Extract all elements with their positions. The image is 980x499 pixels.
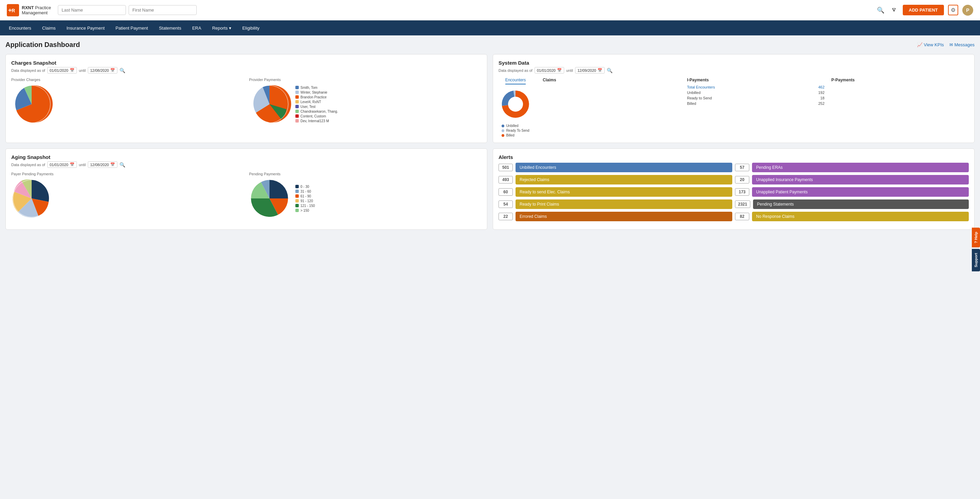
legend-item-content: Content, Custom [295, 114, 338, 118]
alert-label-pending-eras[interactable]: Pending ERAs [752, 163, 969, 172]
tab-encounters[interactable]: Encounters [505, 78, 526, 84]
alert-count-unbilled: 501 [498, 164, 513, 171]
alert-label-ready-elec[interactable]: Ready to send Elec. Claims [515, 187, 732, 197]
charges-date-to[interactable]: 12/08/2020 📅 [88, 67, 118, 73]
aging-snapshot-title: Aging Snapshot [11, 154, 482, 160]
legend-billed: Billed [501, 134, 529, 137]
system-date-to[interactable]: 12/09/2020 📅 [575, 67, 605, 73]
total-encounters-row: Total Encounters 462 [687, 85, 824, 89]
rxnt-logo-icon: + R [7, 4, 19, 16]
logo-text: RXNT Practice Management [22, 5, 51, 15]
charges-search-button[interactable]: 🔍 [119, 68, 125, 73]
alert-label-pending-stmt[interactable]: Pending Statements [753, 199, 969, 209]
alert-errored-claims: 22 Errored Claims [498, 212, 732, 221]
alert-rejected-claims: 493 Rejected Claims [498, 175, 732, 185]
nav-statements[interactable]: Statements [153, 21, 187, 35]
alert-label-ready-print[interactable]: Ready to Print Claims [515, 199, 732, 209]
provider-charges-pie [11, 84, 52, 124]
alert-count-pending-eras: 57 [735, 164, 749, 171]
rxnt-brand: RXNT [22, 5, 34, 10]
firstname-input[interactable] [129, 5, 197, 15]
alert-label-errored[interactable]: Errored Claims [515, 212, 732, 221]
legend-gt-150: > 150 [295, 209, 315, 212]
messages-icon: ✉ [950, 42, 953, 47]
provider-payments-pie-container: Smith, Tom Winter, Stephanie Brandon Pra… [249, 84, 482, 124]
aging-date-from[interactable]: 01/01/2020 📅 [47, 161, 77, 168]
nav-patient-payment[interactable]: Patient Payment [110, 21, 153, 35]
alert-label-unapplied-pat[interactable]: Unapplied Patient Payments [752, 187, 969, 197]
legend-61-90: 61 - 90 [295, 194, 315, 198]
legend-121-150: 121 - 150 [295, 204, 315, 208]
legend-0-30: 0 - 30 [295, 185, 315, 188]
header: + R RXNT Practice Management 🔍 ⛛ ADD PAT… [0, 0, 980, 21]
charges-legend: Smith, Tom Winter, Stephanie Brandon Pra… [295, 86, 338, 123]
alert-count-rejected: 493 [498, 176, 513, 183]
aging-date-to[interactable]: 12/08/2020 📅 [88, 161, 118, 168]
avatar[interactable]: P [962, 5, 973, 16]
pending-payments-pie [249, 178, 290, 219]
system-date-from[interactable]: 01/01/2020 📅 [535, 67, 564, 73]
settings-icon[interactable]: ⚙ [948, 5, 958, 15]
page-actions: 📈 View KPIs ✉ Messages [917, 42, 975, 47]
system-search-button[interactable]: 🔍 [607, 68, 612, 73]
aging-snapshot-subtitle: Data displayed as of 01/01/2020 📅 until … [11, 161, 482, 168]
total-encounters-link[interactable]: Total Encounters [687, 85, 715, 89]
search-icon[interactable]: 🔍 [875, 5, 886, 15]
system-columns: Encounters [498, 78, 969, 137]
unbilled-row: Unbilled 192 [687, 91, 824, 95]
alert-label-rejected[interactable]: Rejected Claims [515, 175, 732, 185]
alert-label-unapplied-ins[interactable]: Unapplied Insurance Payments [752, 175, 969, 185]
unbilled-val: 192 [818, 91, 824, 95]
alert-ready-elec: 60 Ready to send Elec. Claims [498, 187, 732, 197]
messages-button[interactable]: ✉ Messages [950, 42, 975, 47]
system-data-card: System Data Data displayed as of 01/01/2… [493, 54, 975, 143]
i-payments-header[interactable]: I-Payments [687, 78, 824, 82]
provider-payments-pie [249, 84, 290, 124]
charges-snapshot-card: Charges Snapshot Data displayed as of 01… [5, 54, 487, 143]
nav-claims[interactable]: Claims [37, 21, 61, 35]
calendar-icon: 📅 [70, 68, 75, 72]
charges-snapshot-title: Charges Snapshot [11, 60, 482, 66]
nav-eligibility[interactable]: Eligibility [237, 21, 265, 35]
nav-era[interactable]: ERA [187, 21, 207, 35]
legend-unbilled: Unbilled [501, 124, 529, 128]
p-payments-header[interactable]: P-Payments [831, 78, 969, 82]
nav-insurance-payment[interactable]: Insurance Payment [61, 21, 110, 35]
charges-date-from[interactable]: 01/01/2020 📅 [47, 67, 77, 73]
provider-payments-label: Provider Payments [249, 78, 482, 82]
aging-search-button[interactable]: 🔍 [119, 162, 125, 167]
unbilled-label: Unbilled [687, 91, 701, 95]
alert-label-unbilled[interactable]: Unbilled Encounters [515, 163, 732, 172]
claims-header[interactable]: Claims [543, 78, 680, 82]
nav-encounters[interactable]: Encounters [3, 21, 37, 35]
filter-icon[interactable]: ⛛ [890, 5, 899, 15]
ready-to-send-val: 18 [821, 96, 824, 100]
calendar-icon: 📅 [110, 68, 115, 72]
add-patient-button[interactable]: ADD PATIENT [903, 5, 944, 15]
claims-column: Claims [543, 78, 680, 137]
alerts-title: Alerts [498, 154, 969, 160]
help-tab[interactable]: ? Help [972, 228, 980, 235]
calendar-icon: 📅 [598, 68, 602, 72]
alert-pending-statements: 2321 Pending Statements [735, 199, 969, 209]
system-data-subtitle: Data displayed as of 01/01/2020 📅 until … [498, 67, 969, 73]
alert-unapplied-pat: 173 Unapplied Patient Payments [735, 187, 969, 197]
dashboard-grid: Charges Snapshot Data displayed as of 01… [5, 54, 975, 230]
header-icons: 🔍 ⛛ ADD PATIENT ⚙ P [875, 5, 973, 16]
logo: + R RXNT Practice Management [7, 4, 51, 16]
page-content: Application Dashboard 📈 View KPIs ✉ Mess… [0, 35, 980, 235]
alerts-right-column: 57 Pending ERAs 20 Unapplied Insurance P… [735, 163, 969, 224]
calendar-icon: 📅 [557, 68, 562, 72]
provider-charges-label: Provider Charges [11, 78, 243, 82]
nav-reports[interactable]: Reports ▾ [207, 21, 237, 35]
view-kpis-button[interactable]: 📈 View KPIs [917, 42, 944, 47]
lastname-input[interactable] [58, 5, 126, 15]
svg-text:R: R [11, 8, 15, 13]
payer-pending-label: Payer Pending Payments [11, 172, 243, 176]
alert-unbilled-encounters: 501 Unbilled Encounters [498, 163, 732, 172]
alert-label-no-response[interactable]: No Response Claims [752, 212, 969, 221]
calendar-icon: 📅 [110, 163, 115, 167]
legend-item-brandon: Brandon Practice [295, 95, 338, 99]
total-encounters-val: 462 [818, 85, 824, 89]
alert-count-pending-stmt: 2321 [735, 201, 750, 208]
